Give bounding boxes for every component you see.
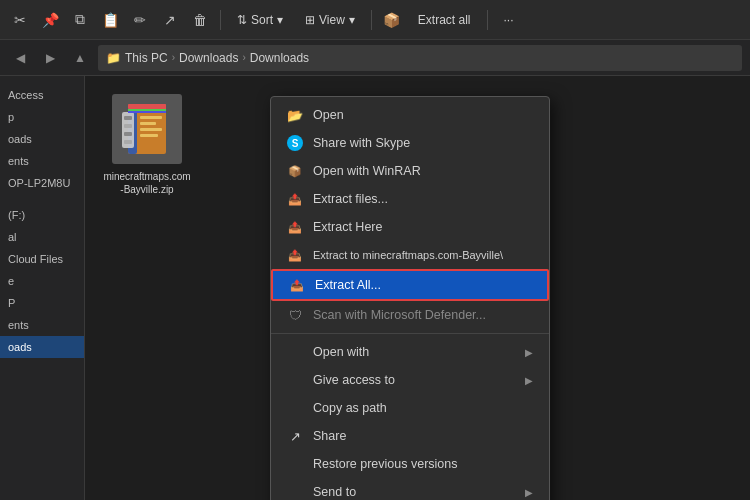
ctx-open-winrar[interactable]: 📦 Open with WinRAR [271,157,549,185]
sidebar-item-documents[interactable]: ents [0,150,84,172]
ctx-restore-versions[interactable]: Restore previous versions [271,450,549,478]
share-icon[interactable]: ↗ [158,8,182,32]
svg-rect-11 [124,140,132,144]
breadcrumb-part-2[interactable]: Downloads [179,51,238,65]
ctx-copy-path-label: Copy as path [313,401,533,415]
ctx-extract-here-label: Extract Here [313,220,533,234]
winrar-ctx-icon: 📦 [287,163,303,179]
separator-2 [371,10,372,30]
extract-files-icon: 📤 [287,191,303,207]
ctx-extract-files[interactable]: 📤 Extract files... [271,185,549,213]
ctx-scan-defender-label: Scan with Microsoft Defender... [313,308,533,322]
sidebar-item-cloud[interactable]: Cloud Files [0,248,84,270]
svg-rect-10 [124,132,132,136]
ctx-open-with[interactable]: Open with ▶ [271,338,549,366]
send-to-arrow-icon: ▶ [525,487,533,498]
separator-3 [487,10,488,30]
scissors-icon[interactable]: ✂ [8,8,32,32]
context-menu: 📂 Open S Share with Skype 📦 Open with Wi… [270,96,550,500]
svg-rect-12 [128,104,166,109]
ctx-share-skype-label: Share with Skype [313,136,533,150]
file-name-label: minecraftmaps.com-Bayville.zip [103,170,191,196]
ctx-extract-here[interactable]: 📤 Extract Here [271,213,549,241]
ctx-extract-to[interactable]: 📤 Extract to minecraftmaps.com-Bayville\ [271,241,549,269]
copy-icon[interactable]: ⧉ [68,8,92,32]
extract-to-icon: 📤 [287,247,303,263]
send-to-icon [287,484,303,500]
up-button[interactable]: ▲ [68,46,92,70]
sort-chevron-icon: ▾ [277,13,283,27]
svg-rect-3 [140,116,162,119]
separator-1 [220,10,221,30]
svg-rect-8 [124,116,132,120]
sidebar-item-blank[interactable] [0,194,84,204]
breadcrumb-part-3[interactable]: Downloads [250,51,309,65]
sort-button[interactable]: ⇅ Sort ▾ [229,9,291,31]
file-item[interactable]: minecraftmaps.com-Bayville.zip [97,88,197,202]
archive-icon[interactable]: 📦 [380,8,404,32]
sidebar-item-device[interactable]: OP-LP2M8U [0,172,84,194]
open-icon: 📂 [287,107,303,123]
ctx-scan-defender[interactable]: 🛡 Scan with Microsoft Defender... [271,301,549,329]
ctx-open[interactable]: 📂 Open [271,101,549,129]
separator-ctx-1 [271,333,549,334]
ctx-give-access-label: Give access to [313,373,515,387]
ctx-extract-all-label: Extract All... [315,278,531,292]
svg-rect-6 [140,134,158,137]
breadcrumb-folder-icon: 📁 [106,51,121,65]
sidebar-item-downloads2[interactable]: oads [0,336,84,358]
extract-all-button[interactable]: Extract all [410,9,479,31]
ctx-share-skype[interactable]: S Share with Skype [271,129,549,157]
ctx-give-access[interactable]: Give access to ▶ [271,366,549,394]
sidebar-item-p[interactable]: p [0,106,84,128]
ctx-open-winrar-label: Open with WinRAR [313,164,533,178]
breadcrumb-sep-1: › [172,52,175,63]
rename-icon[interactable]: ✏ [128,8,152,32]
give-access-arrow-icon: ▶ [525,375,533,386]
forward-button[interactable]: ▶ [38,46,62,70]
ctx-restore-versions-label: Restore previous versions [313,457,533,471]
ctx-share[interactable]: ↗ Share [271,422,549,450]
sidebar-item-drive-f[interactable]: (F:) [0,204,84,226]
skype-icon: S [287,135,303,151]
file-thumbnail [112,94,182,164]
sidebar-item-access[interactable]: Access [0,84,84,106]
ctx-extract-all[interactable]: 📤 Extract All... [271,269,549,301]
delete-icon[interactable]: 🗑 [188,8,212,32]
pin-icon[interactable]: 📌 [38,8,62,32]
sidebar-item-ents[interactable]: ents [0,314,84,336]
svg-rect-14 [128,111,166,113]
open-with-arrow-icon: ▶ [525,347,533,358]
paste-icon[interactable]: 📋 [98,8,122,32]
breadcrumb[interactable]: 📁 This PC › Downloads › Downloads [98,45,742,71]
winrar-svg-icon [116,98,178,160]
extract-all-ctx-icon: 📤 [289,277,305,293]
ctx-send-to[interactable]: Send to ▶ [271,478,549,500]
svg-rect-13 [128,109,166,111]
svg-rect-4 [140,122,156,125]
view-chevron-icon: ▾ [349,13,355,27]
file-area: minecraftmaps.com-Bayville.zip 📂 Open S … [85,76,750,500]
defender-icon: 🛡 [287,307,303,323]
svg-rect-9 [124,124,132,128]
svg-rect-5 [140,128,162,131]
more-button[interactable]: ··· [496,9,522,31]
sidebar-item-e[interactable]: e [0,270,84,292]
sort-icon: ⇅ [237,13,247,27]
breadcrumb-part-1[interactable]: This PC [125,51,168,65]
sidebar-item-p2[interactable]: P [0,292,84,314]
toolbar: ✂ 📌 ⧉ 📋 ✏ ↗ 🗑 ⇅ Sort ▾ ⊞ View ▾ 📦 Extrac… [0,0,750,40]
back-button[interactable]: ◀ [8,46,32,70]
ctx-send-to-label: Send to [313,485,515,499]
ctx-open-with-label: Open with [313,345,515,359]
ctx-open-label: Open [313,108,533,122]
ctx-copy-path[interactable]: Copy as path [271,394,549,422]
sidebar-item-al[interactable]: al [0,226,84,248]
give-access-icon [287,372,303,388]
ctx-extract-to-label: Extract to minecraftmaps.com-Bayville\ [313,249,533,261]
sidebar-item-downloads1[interactable]: oads [0,128,84,150]
view-button[interactable]: ⊞ View ▾ [297,9,363,31]
share-ctx-icon: ↗ [287,428,303,444]
restore-icon [287,456,303,472]
ctx-extract-files-label: Extract files... [313,192,533,206]
